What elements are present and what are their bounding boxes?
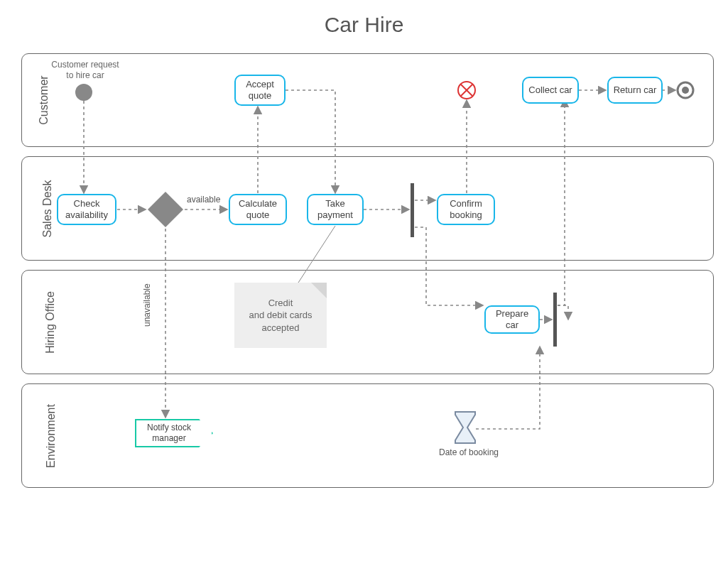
lane-label-customer: Customer — [38, 75, 50, 124]
note-fold-icon — [311, 283, 327, 298]
task-take-payment: Take payment — [307, 194, 364, 225]
task-collect-car: Collect car — [522, 77, 579, 104]
annotation-text: Creditand debit cardsaccepted — [249, 297, 313, 334]
lane-environment: Environment — [21, 383, 714, 488]
task-notify-stock: Notify stock manager — [135, 419, 213, 447]
task-calculate-quote: Calculate quote — [229, 194, 287, 225]
diagram-title: Car Hire — [0, 13, 728, 37]
lane-hiring: Hiring Office — [21, 270, 714, 374]
lane-sales: Sales Desk — [21, 156, 714, 261]
task-return-car: Return car — [607, 77, 663, 104]
start-event-label: Customer requestto hire car — [50, 60, 121, 81]
lane-label-sales: Sales Desk — [41, 180, 54, 237]
annotation-note: Creditand debit cardsaccepted — [234, 283, 327, 348]
task-accept-quote: Accept quote — [234, 75, 286, 106]
lane-label-environment: Environment — [45, 404, 58, 468]
diagram-canvas: Car Hire Customer Sales Desk Hiring Offi… — [0, 0, 728, 561]
task-confirm-booking: Confirm booking — [437, 194, 495, 225]
edge-label-unavailable: unavailable — [142, 283, 152, 327]
task-prepare-car: Prepare car — [484, 305, 540, 334]
task-check-availability: Check availability — [57, 194, 116, 225]
edge-label-available: available — [187, 195, 220, 205]
timer-label: Date of booking — [437, 447, 501, 457]
lane-label-hiring: Hiring Office — [44, 291, 57, 354]
